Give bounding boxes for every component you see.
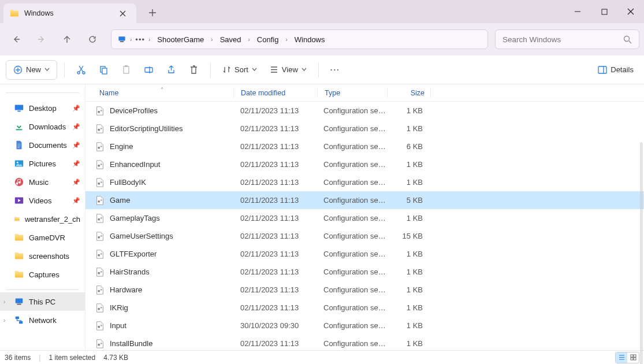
column-header-name[interactable]: Name	[85, 89, 233, 97]
sidebar-item-captures[interactable]: Captures	[0, 265, 85, 284]
paste-button[interactable]	[117, 60, 136, 80]
sidebar-item-wetransfer-2-ch[interactable]: wetransfer_2_ch	[0, 210, 85, 228]
breadcrumb-config[interactable]: Config	[254, 34, 282, 46]
scrollbar[interactable]	[640, 142, 643, 364]
file-date: 02/11/2023 11:13	[233, 178, 317, 187]
sidebar-item-desktop[interactable]: Desktop📌	[0, 99, 85, 117]
file-pane: ˄ Name Date modified Type Size DevicePro…	[85, 84, 644, 350]
column-header-date[interactable]: Date modified	[234, 89, 317, 97]
view-button[interactable]: View	[265, 60, 311, 80]
sidebar-item-label: Network	[29, 316, 57, 325]
file-row[interactable]: EditorScriptingUtilities02/11/2023 11:13…	[85, 120, 644, 138]
file-date: 02/11/2023 11:13	[233, 268, 317, 276]
file-row[interactable]: Input30/10/2023 09:30Configuration sett.…	[85, 317, 644, 335]
search-box[interactable]	[495, 29, 639, 49]
chevron-down-icon	[44, 67, 50, 72]
file-row[interactable]: GameUserSettings02/11/2023 11:13Configur…	[85, 227, 644, 245]
sidebar-item-screenshots[interactable]: screenshots	[0, 247, 85, 265]
maximize-button[interactable]	[591, 0, 617, 23]
file-type: Configuration sett...	[317, 124, 386, 133]
sidebar-item-documents[interactable]: Documents📌	[0, 136, 85, 154]
file-row[interactable]: GLTFExporter02/11/2023 11:13Configuratio…	[85, 245, 644, 263]
file-size: 1 KB	[386, 250, 429, 258]
sidebar-item-downloads[interactable]: Downloads📌	[0, 117, 85, 136]
breadcrumb-saved[interactable]: Saved	[217, 34, 245, 46]
file-name: GameUserSettings	[110, 232, 173, 240]
sidebar-item-pictures[interactable]: Pictures📌	[0, 154, 85, 173]
window-controls	[564, 0, 644, 23]
svg-point-14	[624, 36, 630, 41]
file-date: 02/11/2023 11:13	[233, 250, 317, 258]
file-row[interactable]: GameplayTags02/11/2023 11:13Configuratio…	[85, 209, 644, 227]
file-row[interactable]: DeviceProfiles02/11/2023 11:13Configurat…	[85, 102, 644, 120]
new-button[interactable]: New	[6, 60, 57, 80]
pin-icon: 📌	[72, 179, 80, 186]
sort-label: Sort	[234, 65, 248, 74]
chevron-right-icon: ›	[3, 317, 5, 324]
navigation-sidebar: Desktop📌Downloads📌Documents📌Pictures📌Mus…	[0, 84, 85, 350]
file-size: 1 KB	[386, 285, 429, 294]
list-icon	[619, 354, 625, 361]
pc-icon	[117, 35, 126, 44]
breadcrumb-windows[interactable]: Windows	[291, 34, 329, 46]
back-button[interactable]	[5, 28, 28, 51]
file-row[interactable]: InstallBundle02/11/2023 11:13Configurati…	[85, 335, 644, 350]
new-tab-button[interactable]	[143, 3, 162, 22]
file-date: 02/11/2023 11:13	[233, 339, 317, 348]
details-view-button[interactable]	[616, 352, 627, 363]
more-button[interactable]: ···	[326, 60, 345, 80]
file-size: 6 KB	[386, 142, 429, 151]
search-input[interactable]	[502, 35, 619, 44]
file-name: Game	[110, 196, 130, 205]
file-row[interactable]: EnhancedInput02/11/2023 11:13Configurati…	[85, 155, 644, 173]
cut-button[interactable]	[72, 60, 91, 80]
config-file-icon	[95, 106, 105, 116]
rename-button[interactable]	[139, 60, 158, 80]
file-type: Configuration sett...	[317, 178, 386, 187]
copy-button[interactable]	[94, 60, 113, 80]
breadcrumb-bar[interactable]: › ••• › ShooterGame › Saved › Config › W…	[111, 29, 488, 49]
file-name: InstallBundle	[110, 339, 152, 348]
cut-icon	[76, 65, 86, 75]
file-row[interactable]: Engine02/11/2023 11:13Configuration sett…	[85, 138, 644, 155]
close-tab-button[interactable]	[114, 5, 131, 21]
sidebar-item-this-pc[interactable]: › This PC	[0, 292, 85, 311]
svg-rect-23	[598, 66, 606, 73]
sidebar-item-videos[interactable]: Videos📌	[0, 191, 85, 210]
column-header-size[interactable]: Size	[388, 89, 430, 97]
delete-button[interactable]	[184, 60, 203, 80]
file-list[interactable]: DeviceProfiles02/11/2023 11:13Configurat…	[85, 102, 644, 350]
sidebar-item-network[interactable]: › Network	[0, 311, 85, 329]
close-window-button[interactable]	[617, 0, 644, 23]
delete-icon	[189, 65, 199, 75]
file-row[interactable]: HairStrands02/11/2023 11:13Configuration…	[85, 263, 644, 281]
column-header-type[interactable]: Type	[318, 89, 387, 97]
pin-icon: 📌	[72, 123, 80, 131]
details-button[interactable]: Details	[593, 60, 638, 80]
file-row[interactable]: FullBodyIK02/11/2023 11:13Configuration …	[85, 173, 644, 191]
window-tab[interactable]: Windows	[3, 3, 136, 23]
forward-button[interactable]	[30, 28, 53, 51]
music-icon	[14, 177, 24, 187]
large-icons-view-button[interactable]	[627, 352, 639, 363]
file-row[interactable]: IKRig02/11/2023 11:13Configuration sett.…	[85, 299, 644, 317]
refresh-button[interactable]	[81, 28, 104, 51]
view-label: View	[282, 65, 298, 74]
sidebar-item-gamedvr[interactable]: GameDVR	[0, 228, 85, 247]
share-button[interactable]	[162, 60, 181, 80]
minimize-button[interactable]	[564, 0, 591, 23]
file-row[interactable]: Hardware02/11/2023 11:13Configuration se…	[85, 281, 644, 299]
file-type: Configuration sett...	[317, 250, 386, 258]
minimize-icon	[574, 8, 581, 15]
file-type: Configuration sett...	[317, 285, 386, 294]
up-button[interactable]	[55, 28, 79, 51]
sidebar-item-music[interactable]: Music📌	[0, 173, 85, 191]
chevron-right-icon: ›	[285, 36, 287, 43]
sort-button[interactable]: Sort	[218, 60, 262, 80]
pin-icon: 📌	[72, 197, 80, 205]
overflow-crumbs[interactable]: •••	[135, 35, 145, 44]
config-file-icon	[95, 159, 105, 170]
breadcrumb-shootergame[interactable]: ShooterGame	[154, 34, 207, 46]
svg-point-16	[77, 72, 80, 74]
file-row[interactable]: Game02/11/2023 11:13Configuration sett..…	[85, 191, 644, 209]
